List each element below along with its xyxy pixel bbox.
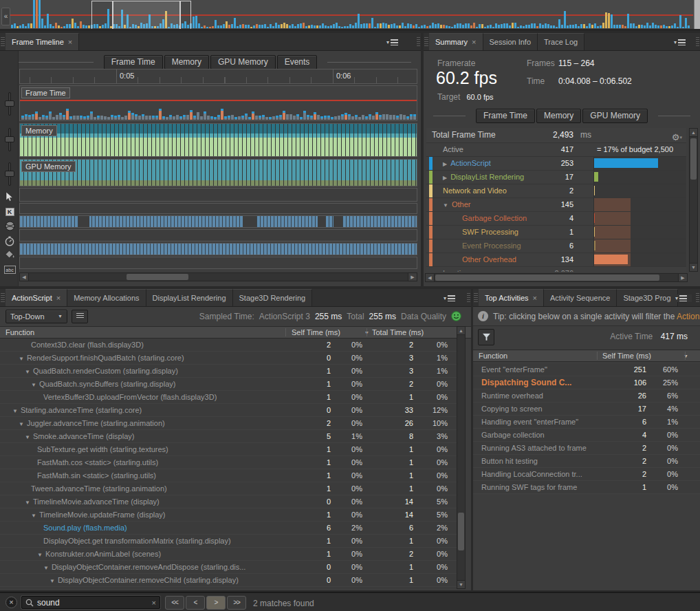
expand-arrow-icon[interactable]: ▶: [443, 175, 447, 181]
tab-session-info[interactable]: Session Info: [483, 33, 538, 50]
activity-row[interactable]: Copying to screen174%: [473, 403, 700, 416]
top-activities-table-header[interactable]: Function Self Time (ms) ▼: [473, 350, 700, 362]
category-row[interactable]: ▶ActionScript253: [426, 157, 686, 171]
activity-row[interactable]: Garbage collection40%: [473, 429, 700, 442]
tab-close-icon[interactable]: ×: [68, 39, 72, 45]
expand-arrow-icon[interactable]: ▼: [31, 513, 36, 519]
flatten-view-button[interactable]: [72, 310, 88, 323]
scroll-right-arrow[interactable]: ▶: [408, 273, 417, 281]
summary-vertical-scrollbar[interactable]: ▲ ▼: [689, 128, 698, 272]
expand-arrow-icon[interactable]: ▼: [443, 202, 448, 208]
previous-match-button[interactable]: <: [186, 596, 205, 610]
activity-row[interactable]: Dispatching Sound C...10625%: [473, 376, 700, 389]
expand-arrow-icon[interactable]: ▼: [50, 578, 55, 584]
column-self-time[interactable]: Self Time (ms): [602, 350, 651, 362]
settings-gear-icon[interactable]: ⚙▾: [672, 130, 682, 144]
function-row[interactable]: FastMath.sin <static> (starling.utils)10…: [0, 469, 457, 482]
minimap-selection-right-handle[interactable]: [180, 1, 191, 30]
tab-close-icon[interactable]: ×: [472, 39, 476, 45]
function-row[interactable]: ▼DisplayObjectContainer.removeChild (sta…: [0, 574, 457, 587]
activity-row[interactable]: Runtime overhead266%: [473, 389, 700, 403]
column-total-time[interactable]: Total Time (ms): [372, 327, 424, 339]
tab-summary[interactable]: Summary ×: [429, 33, 483, 50]
tab-stage3d-programs[interactable]: Stage3D Prog: [617, 289, 677, 306]
function-row[interactable]: ▼TimelineMovie.updateFrame (display)10%1…: [0, 508, 457, 522]
function-row[interactable]: ▼QuadBatch.renderCustom (starling.displa…: [0, 365, 457, 378]
category-row[interactable]: Event Processing6: [426, 239, 686, 253]
panel-gripper[interactable]: [424, 37, 428, 46]
function-row[interactable]: ▼QuadBatch.syncBuffers (starling.display…: [0, 378, 457, 391]
category-row[interactable]: Other Overhead134: [426, 253, 686, 267]
function-row[interactable]: ▼RenderSupport.finishQuadBatch (starling…: [0, 352, 457, 365]
expand-arrow-icon[interactable]: ▼: [25, 500, 30, 506]
function-row[interactable]: SubTexture.get width (starling.textures)…: [0, 443, 457, 456]
total-frame-time-row[interactable]: Total Frame Time 2,493 ms ⚙▾: [426, 128, 686, 143]
panel-menu-icon[interactable]: ▾: [444, 294, 460, 302]
memory-track[interactable]: Memory: [19, 123, 417, 157]
tab-memory-allocations[interactable]: Memory Allocations: [67, 289, 146, 306]
summary-button-frame-time[interactable]: Frame Time: [476, 109, 535, 123]
actionscript-vertical-scrollbar[interactable]: ▲ ▼: [457, 326, 466, 589]
view-button-events[interactable]: Events: [277, 55, 318, 69]
active-row[interactable]: Active 417 = 17% of budget 2,500: [426, 143, 686, 157]
summary-button-gpu-memory[interactable]: GPU Memory: [582, 109, 648, 123]
actionscript-table-header[interactable]: Function Self Time (ms) ▼ Total Time (ms…: [0, 326, 471, 339]
scrollbar-thumb[interactable]: [458, 513, 464, 550]
tab-close-icon[interactable]: ×: [533, 294, 537, 301]
panel-menu-icon[interactable]: ▾: [675, 294, 692, 302]
scroll-right-arrow[interactable]: ▶: [678, 274, 687, 281]
view-button-gpu-memory[interactable]: GPU Memory: [210, 55, 276, 69]
activity-row[interactable]: Running AS3 attached to frame20%: [473, 442, 700, 455]
summary-button-memory[interactable]: Memory: [536, 109, 581, 123]
scroll-left-arrow[interactable]: ◀: [426, 274, 435, 281]
scroll-up-arrow[interactable]: ▲: [690, 129, 697, 137]
category-row[interactable]: Garbage Collection4: [426, 212, 686, 226]
scroll-down-arrow[interactable]: ▼: [690, 263, 697, 271]
scrollbar-thumb[interactable]: [690, 138, 697, 180]
panel-gripper[interactable]: [474, 293, 478, 302]
category-row[interactable]: Network and Video2: [426, 184, 686, 198]
scroll-down-arrow[interactable]: ▼: [457, 580, 465, 588]
timeline-horizontal-scrollbar[interactable]: ◀ ▶: [19, 272, 417, 281]
expand-arrow-icon[interactable]: ▶: [443, 161, 447, 167]
next-match-button[interactable]: >: [206, 596, 226, 610]
slider-knob[interactable]: [5, 171, 14, 177]
events-track-bars[interactable]: [19, 215, 417, 228]
expand-arrow-icon[interactable]: ▶: [433, 267, 437, 272]
globe-events-icon[interactable]: [3, 220, 16, 231]
panel-menu-icon[interactable]: ▾: [386, 39, 403, 46]
expand-arrow-icon[interactable]: ▼: [25, 434, 30, 440]
panel-gripper[interactable]: [467, 293, 470, 302]
events-track-bars[interactable]: [19, 243, 417, 255]
panel-gripper[interactable]: [1, 37, 5, 46]
function-row[interactable]: Tween.advanceTime (starling.animation)10…: [0, 482, 457, 495]
activity-row[interactable]: Event "enterFrame"25160%: [473, 363, 700, 376]
column-function[interactable]: Function: [479, 350, 507, 362]
minimap-selection-left-handle[interactable]: [91, 1, 113, 30]
function-row[interactable]: ▼DisplayObjectContainer.removeAndDispose…: [0, 561, 457, 574]
events-track-empty[interactable]: [19, 257, 417, 269]
scrollbar-thumb[interactable]: [127, 274, 188, 280]
time-ruler[interactable]: 0:05 0:06: [19, 69, 417, 84]
column-function[interactable]: Function: [6, 327, 34, 339]
first-match-button[interactable]: <<: [165, 596, 184, 610]
tab-activity-sequence[interactable]: Activity Sequence: [544, 289, 617, 306]
function-row[interactable]: Sound.play (flash.media)62%62%: [0, 522, 457, 535]
view-button-memory[interactable]: Memory: [164, 55, 209, 69]
panel-menu-icon[interactable]: ▾: [674, 39, 690, 46]
tab-stage3d-rendering[interactable]: Stage3D Rendering: [233, 289, 313, 306]
expand-arrow-icon[interactable]: ▼: [19, 356, 24, 362]
panel-gripper[interactable]: [696, 293, 699, 302]
tab-frame-timeline[interactable]: Frame Timeline ×: [6, 33, 79, 50]
slider-knob[interactable]: [5, 100, 14, 107]
expand-arrow-icon[interactable]: ▼: [37, 552, 43, 558]
category-row[interactable]: SWF Processing1: [426, 226, 686, 239]
frame-time-zoom-slider[interactable]: [5, 92, 14, 116]
search-close-button[interactable]: ×: [6, 597, 17, 608]
minimap-selection-range[interactable]: [113, 1, 180, 30]
function-row[interactable]: ▼TimelineMovie.advanceTime (display)00%1…: [0, 495, 457, 508]
mode-dropdown[interactable]: Top-Down ▼: [6, 310, 67, 323]
search-box[interactable]: ×: [21, 596, 160, 609]
keyframe-tool-icon[interactable]: K: [3, 206, 16, 217]
filter-button[interactable]: [478, 329, 494, 345]
